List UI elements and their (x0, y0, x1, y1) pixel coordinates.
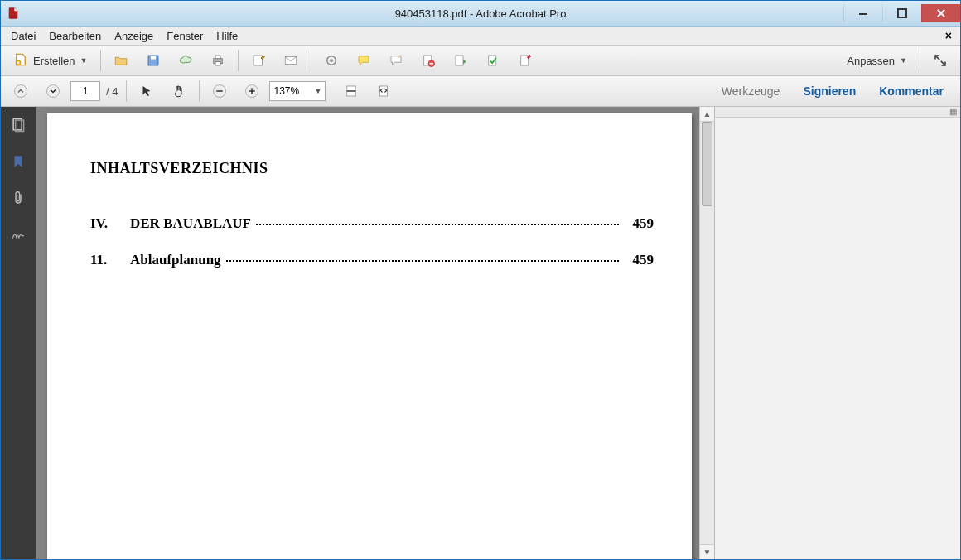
window-title: 940453118.pdf - Adobe Acrobat Pro (1, 7, 960, 20)
signature-icon[interactable] (7, 223, 30, 246)
titlebar: 940453118.pdf - Adobe Acrobat Pro (1, 1, 960, 27)
close-button[interactable] (921, 4, 960, 22)
toc-line: IV.DER BAUABLAUF459 (90, 215, 654, 232)
svg-rect-20 (217, 90, 224, 92)
svg-rect-8 (254, 56, 263, 65)
main-toolbar: Erstellen ▼ Anpassen ▼ (1, 46, 960, 76)
cloud-button[interactable] (171, 49, 200, 72)
right-tabs: Werkzeuge Signieren Kommentar (710, 78, 955, 104)
anpassen-button[interactable]: Anpassen ▼ (839, 49, 915, 72)
svg-rect-25 (347, 90, 356, 92)
separator (331, 80, 331, 102)
print-button[interactable] (203, 49, 233, 72)
svg-rect-1 (898, 9, 906, 17)
toc-num: 11. (90, 252, 130, 268)
nav-toolbar: / 4 137% ▼ Werkzeuge Signieren Kommentar (1, 76, 960, 107)
separator (238, 50, 239, 71)
open-button[interactable] (106, 49, 136, 72)
menu-fenster[interactable]: Fenster (160, 28, 210, 44)
menubar-close-icon[interactable]: × (940, 29, 957, 42)
separator (920, 50, 920, 71)
comment-button[interactable] (349, 49, 379, 72)
left-rail (1, 107, 36, 559)
acrobat-icon (6, 6, 21, 21)
separator (311, 50, 311, 71)
doc-action-button[interactable] (446, 49, 476, 72)
doc-edit-button[interactable] (510, 49, 540, 72)
separator (199, 80, 200, 102)
zoom-value: 137% (273, 85, 299, 97)
page-count-label: / 4 (106, 85, 118, 98)
save-button[interactable] (138, 49, 168, 72)
pdf-page: INHALTSVERZEICHNIS IV.DER BAUABLAUF45911… (47, 113, 692, 559)
zoom-select[interactable]: 137% ▼ (269, 81, 326, 101)
app-window: 940453118.pdf - Adobe Acrobat Pro Datei … (0, 0, 961, 560)
toc-title: DER BAUABLAUF (130, 215, 251, 232)
chevron-down-icon: ▼ (315, 87, 322, 95)
document-area: INHALTSVERZEICHNIS IV.DER BAUABLAUF45911… (36, 107, 714, 559)
vertical-scrollbar[interactable]: ▲ ▼ (699, 107, 714, 559)
chevron-down-icon: ▼ (900, 56, 907, 65)
tab-signieren[interactable]: Signieren (791, 78, 867, 104)
prev-page-button[interactable] (6, 80, 36, 103)
toc-dots (256, 224, 619, 225)
window-controls (843, 4, 960, 22)
scroll-down-icon[interactable]: ▼ (700, 544, 714, 559)
tab-kommentar[interactable]: Kommentar (867, 78, 955, 104)
scroll-up-icon[interactable]: ▲ (700, 107, 714, 122)
menu-datei[interactable]: Datei (4, 28, 42, 44)
edit-button[interactable] (244, 49, 273, 72)
content-area: INHALTSVERZEICHNIS IV.DER BAUABLAUF45911… (1, 107, 960, 559)
menu-anzeige[interactable]: Anzeige (108, 28, 160, 44)
toc-num: IV. (90, 215, 130, 232)
svg-rect-7 (215, 62, 220, 66)
zoom-in-button[interactable] (237, 80, 267, 103)
svg-rect-23 (252, 88, 254, 94)
menu-hilfe[interactable]: Hilfe (210, 28, 244, 44)
email-button[interactable] (276, 49, 306, 72)
doc-check-button[interactable] (478, 49, 508, 72)
menu-bearbeiten[interactable]: Bearbeiten (42, 28, 108, 44)
create-label: Erstellen (33, 55, 75, 67)
svg-point-18 (47, 85, 60, 98)
separator (126, 80, 127, 102)
thumbnails-icon[interactable] (7, 113, 30, 137)
remove-button[interactable] (413, 49, 443, 72)
page-heading: INHALTSVERZEICHNIS (90, 160, 654, 177)
fit-width-button[interactable] (336, 80, 366, 103)
svg-rect-6 (215, 56, 220, 59)
stamp-button[interactable] (381, 49, 411, 72)
scroll-thumb[interactable] (702, 122, 712, 206)
attachment-icon[interactable] (7, 186, 30, 210)
minimize-button[interactable] (843, 4, 882, 22)
tab-werkzeuge[interactable]: Werkzeuge (710, 78, 792, 104)
svg-point-11 (330, 59, 333, 62)
maximize-button[interactable] (882, 4, 921, 22)
bookmark-icon[interactable] (7, 150, 30, 173)
menubar: Datei Bearbeiten Anzeige Fenster Hilfe × (1, 27, 960, 46)
svg-point-17 (15, 85, 27, 98)
table-of-contents: IV.DER BAUABLAUF45911.Ablaufplanung459 (90, 215, 654, 278)
zoom-out-button[interactable] (205, 80, 234, 103)
toc-line: 11.Ablaufplanung459 (90, 252, 654, 268)
settings-button[interactable] (316, 49, 346, 72)
panel-options-icon[interactable]: ▦ (715, 107, 960, 118)
create-pdf-icon (13, 52, 28, 70)
page-number-input[interactable] (70, 81, 100, 101)
next-page-button[interactable] (38, 80, 68, 103)
document-viewport[interactable]: INHALTSVERZEICHNIS IV.DER BAUABLAUF45911… (36, 107, 699, 559)
svg-rect-4 (151, 56, 156, 60)
separator (100, 50, 101, 71)
anpassen-label: Anpassen (847, 55, 895, 67)
hand-tool-button[interactable] (164, 80, 194, 103)
tools-panel: ▦ (714, 107, 960, 559)
svg-rect-0 (859, 13, 867, 15)
toc-page: 459 (624, 215, 654, 232)
toc-page: 459 (624, 252, 654, 268)
chevron-down-icon: ▼ (80, 56, 88, 65)
fullscreen-button[interactable] (925, 49, 955, 72)
select-tool-button[interactable] (132, 80, 162, 103)
svg-rect-14 (456, 56, 463, 65)
fit-page-button[interactable] (369, 80, 398, 103)
create-button[interactable]: Erstellen ▼ (6, 49, 95, 72)
